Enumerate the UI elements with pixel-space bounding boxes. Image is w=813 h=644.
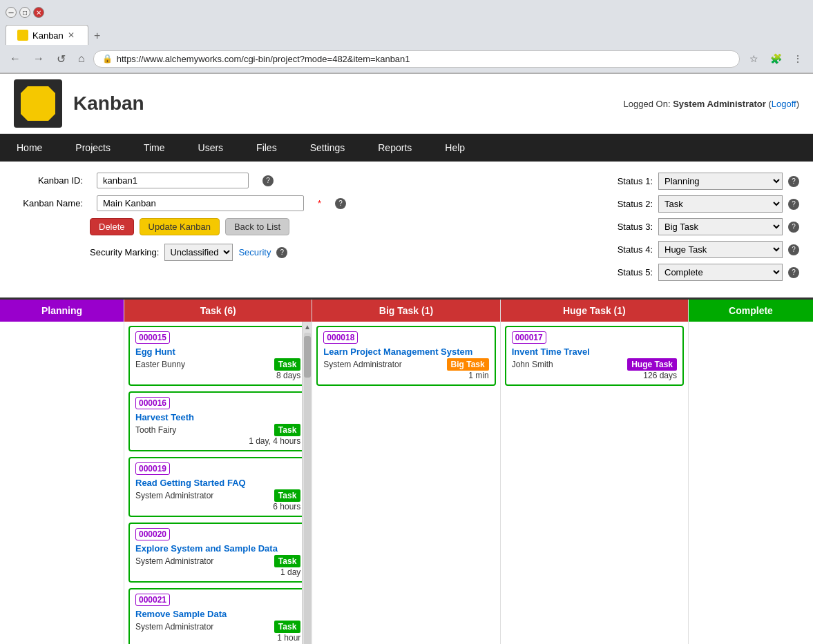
card-assignee: Easter Bunny <box>135 360 185 369</box>
close-button[interactable]: ✕ <box>33 7 44 18</box>
scroll-thumb[interactable] <box>304 336 311 378</box>
nav-settings[interactable]: Settings <box>294 134 362 162</box>
kanban-col-complete: Complete <box>689 300 813 644</box>
status1-help-icon[interactable]: ? <box>788 176 799 187</box>
card-assignee: System Administrator <box>135 556 213 566</box>
card-time: 1 day, 4 hours <box>135 436 300 446</box>
kanban-card-000020[interactable]: 000020 Explore System and Sample Data Sy… <box>128 523 307 583</box>
address-input[interactable]: 🔒 https://www.alchemyworks.com/cgi-bin/p… <box>93 50 740 68</box>
kanban-id-input[interactable] <box>97 173 249 188</box>
scroll-track <box>304 333 311 644</box>
security-help-icon[interactable]: ? <box>276 247 287 258</box>
security-link[interactable]: Security <box>238 247 271 257</box>
nav-projects[interactable]: Projects <box>59 134 127 162</box>
card-id: 000019 <box>135 462 170 475</box>
nav-reports[interactable]: Reports <box>361 134 428 162</box>
status3-select[interactable]: Big Task <box>658 218 783 235</box>
status5-row: Status 5: Complete ? <box>604 264 799 281</box>
bookmark-icon[interactable]: ☆ <box>744 49 763 68</box>
back-button[interactable]: ← <box>6 51 25 66</box>
kanban-card-000021[interactable]: 000021 Remove Sample Data System Adminis… <box>128 588 307 644</box>
planning-header[interactable]: Planning <box>0 300 124 322</box>
kanban-card-000018[interactable]: 000018 Learn Project Management System S… <box>316 326 495 386</box>
task-header[interactable]: Task (6) <box>124 300 312 322</box>
status5-label: Status 5: <box>604 267 653 277</box>
card-id: 000020 <box>135 528 170 540</box>
kanban-name-input[interactable] <box>97 195 304 211</box>
security-label: Security Marking: <box>90 247 159 257</box>
task-scrollbar[interactable]: ▲ ▼ <box>302 322 312 644</box>
kanban-board: Planning Task (6) 000015 Egg Hunt Easter… <box>0 297 813 644</box>
hugetask-header[interactable]: Huge Task (1) <box>501 300 688 322</box>
kanban-col-planning: Planning <box>0 300 124 644</box>
status3-label: Status 3: <box>604 222 653 232</box>
browser-tab[interactable]: Kanban ✕ <box>6 25 88 45</box>
menu-icon[interactable]: ⋮ <box>788 49 807 68</box>
hugetask-body: 000017 Invent Time Travel John Smith Hug… <box>501 322 688 644</box>
security-row: Security Marking: Unclassified Security … <box>90 244 577 261</box>
kanban-form: Kanban ID: ? Kanban Name: * ? Delete Upd… <box>0 162 591 297</box>
user-name: System Administrator <box>673 99 766 109</box>
update-button[interactable]: Update Kanban <box>140 218 220 235</box>
status-form: Status 1: Planning ? Status 2: Task ? St… <box>591 162 813 297</box>
card-bottom: System Administrator Task <box>135 555 300 567</box>
card-title: Learn Project Management System <box>323 347 488 357</box>
extensions-icon[interactable]: 🧩 <box>766 49 785 68</box>
status3-help-icon[interactable]: ? <box>788 222 799 233</box>
card-time: 8 days <box>135 371 300 380</box>
card-title: Egg Hunt <box>135 347 300 357</box>
app-logo <box>14 79 62 128</box>
nav-time[interactable]: Time <box>127 134 182 162</box>
complete-header[interactable]: Complete <box>689 300 813 322</box>
card-badge: Task <box>274 621 300 633</box>
scroll-up-arrow[interactable]: ▲ <box>303 322 312 332</box>
nav-home[interactable]: Home <box>0 134 59 162</box>
card-id: 000021 <box>135 594 170 606</box>
planning-body <box>0 322 124 644</box>
refresh-button[interactable]: ↺ <box>52 51 70 67</box>
kanban-name-label: Kanban Name: <box>14 198 83 208</box>
nav-files[interactable]: Files <box>240 134 294 162</box>
main-nav: Home Projects Time Users Files Settings … <box>0 134 813 162</box>
planning-label: Planning <box>41 305 82 316</box>
lock-icon: 🔒 <box>102 54 113 64</box>
bigtask-header[interactable]: Big Task (1) <box>312 300 499 322</box>
home-button[interactable]: ⌂ <box>74 51 89 66</box>
card-title: Explore System and Sample Data <box>135 543 300 554</box>
status5-help-icon[interactable]: ? <box>788 267 799 278</box>
status4-help-icon[interactable]: ? <box>788 244 799 255</box>
new-tab-button[interactable]: + <box>88 27 106 45</box>
kanban-card-000016[interactable]: 000016 Harvest Teeth Tooth Fairy Task 1 … <box>128 391 307 451</box>
kanban-name-help-icon[interactable]: ? <box>335 198 346 209</box>
card-time: 1 min <box>323 371 488 380</box>
status5-select[interactable]: Complete <box>658 264 783 281</box>
kanban-card-000019[interactable]: 000019 Read Getting Started FAQ System A… <box>128 457 307 517</box>
kanban-card-000017[interactable]: 000017 Invent Time Travel John Smith Hug… <box>505 326 684 386</box>
status1-select[interactable]: Planning <box>658 173 783 190</box>
kanban-col-hugetask: Huge Task (1) 000017 Invent Time Travel … <box>501 300 689 644</box>
card-bottom: Easter Bunny Task <box>135 358 300 371</box>
security-select[interactable]: Unclassified <box>164 244 233 261</box>
window-controls[interactable]: ─ □ ✕ <box>6 7 44 18</box>
delete-button[interactable]: Delete <box>90 218 134 235</box>
logoff-link[interactable]: Logoff <box>772 99 796 109</box>
status4-select[interactable]: Huge Task <box>658 241 783 258</box>
kanban-card-000015[interactable]: 000015 Egg Hunt Easter Bunny Task 8 days <box>128 326 307 386</box>
back-to-list-button[interactable]: Back to List <box>225 218 289 235</box>
kanban-id-help-icon[interactable]: ? <box>262 175 274 186</box>
nav-users[interactable]: Users <box>182 134 240 162</box>
forward-button[interactable]: → <box>29 51 48 66</box>
status2-help-icon[interactable]: ? <box>788 199 799 210</box>
kanban-col-task: Task (6) 000015 Egg Hunt Easter Bunny Ta… <box>124 300 312 644</box>
kanban-id-row: Kanban ID: ? <box>14 173 577 188</box>
required-star: * <box>318 198 321 208</box>
status2-select[interactable]: Task <box>658 195 783 213</box>
minimize-button[interactable]: ─ <box>6 7 17 18</box>
card-title: Harvest Teeth <box>135 412 300 422</box>
tab-close-icon[interactable]: ✕ <box>68 30 75 40</box>
maximize-button[interactable]: □ <box>19 7 30 18</box>
nav-help[interactable]: Help <box>428 134 481 162</box>
app-title: Kanban <box>73 92 144 115</box>
card-time: 6 hours <box>135 502 300 511</box>
card-bottom: John Smith Huge Task <box>512 358 677 371</box>
